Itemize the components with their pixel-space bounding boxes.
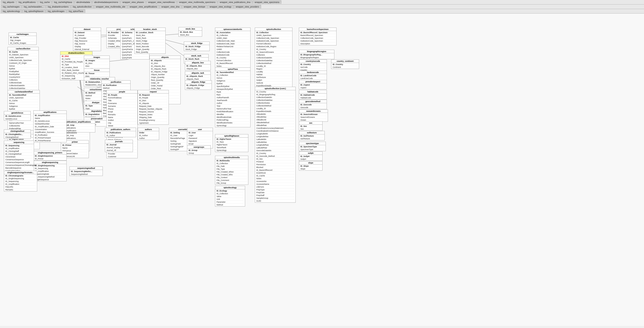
entity-relationdna-voucher-header[interactable]: relationdna_voucher: [84, 77, 115, 81]
entity-singlesequencingchromato-header[interactable]: singlesequencingchromato...: [4, 171, 37, 174]
tab-log-amplifications[interactable]: log_amplifications: [16, 1, 38, 4]
entity-tissue-header[interactable]: tissue: [84, 69, 110, 72]
entity-landusecode: landusecode ID_LandUseCode LandUseCode: [299, 71, 327, 80]
field: PrepType: [256, 189, 294, 191]
entity-publications-authors-header[interactable]: publications_authors: [105, 128, 136, 131]
entity-journals-header[interactable]: journals: [105, 140, 133, 143]
tab-log-dnabanknumbers[interactable]: log_dnabanknumbers: [46, 5, 70, 9]
tab-wrapper-view-multimedia-specimens[interactable]: wrapper_view_multimedia_specimens: [177, 1, 218, 4]
entity-cacheimages-header[interactable]: cacheimages: [9, 33, 36, 36]
entity-soiltexture-header[interactable]: soiltexture: [299, 131, 324, 134]
tab-log-sptoolimages[interactable]: log_sptoolimages: [46, 10, 66, 13]
field: ID_Stock_Fridge: [185, 45, 208, 48]
entity-images-header[interactable]: images: [84, 56, 110, 59]
tab-wrapper-view-providers[interactable]: wrapper_view_providers: [234, 5, 261, 9]
entity-sptoolcollection-header[interactable]: sptoolcollection: [255, 28, 292, 31]
entity-stock-fridge-header[interactable]: stock_fridge: [184, 42, 210, 45]
tab-log-cacheimages[interactable]: log_cacheimages: [1, 5, 22, 9]
field: Origin_Quantity: [150, 76, 180, 79]
field: InstitutionCode_Specimen: [256, 40, 291, 42]
entity-cachecollection-header[interactable]: cachecollection: [8, 47, 38, 50]
entity-specimentype-header[interactable]: specimentype: [299, 142, 326, 145]
tab-wrapper-view-phases[interactable]: wrapper_view_phases: [120, 1, 146, 4]
entity-sptoassociatedunits-header[interactable]: sptoassociatedunits: [215, 28, 250, 31]
entity-sptoolecology-header[interactable]: sptoolecology: [215, 186, 245, 189]
entity-request-header[interactable]: request: [138, 90, 168, 93]
tab-log-cachehightaxa[interactable]: log_cachehightaxa: [52, 1, 74, 4]
entity-sptoolmultimedia-header[interactable]: sptoolmultimedia: [215, 156, 248, 159]
entity-amplifications-header[interactable]: amplifications: [34, 111, 66, 114]
entity-aliquots-fridge-header[interactable]: aliquots_fridge: [185, 81, 212, 84]
field: ID_Location_Stock: [136, 31, 164, 34]
field: ID_SoilTexture: [300, 135, 324, 137]
field: Surname: [108, 105, 136, 108]
entity-sequencingmethod-header[interactable]: sequencingmethod: [70, 167, 102, 170]
field: Epithet: [216, 82, 250, 85]
tab-wrapper-view-dna[interactable]: wrapper_view_dna: [160, 5, 182, 9]
tab-wrapper-view-ecology[interactable]: wrapper_view_ecology: [208, 5, 234, 9]
entity-sptoolTaxa-header[interactable]: sptoolTaxa: [215, 68, 250, 71]
field: ID_Aliquots_Rack: [150, 68, 180, 70]
entity-seasandoceans-header[interactable]: seasandoceans: [299, 110, 328, 113]
tab-abcdmetadata[interactable]: abcdmetadata: [74, 1, 92, 4]
entity-people-header[interactable]: people: [107, 90, 138, 93]
entity-slope-header[interactable]: slope: [299, 161, 322, 165]
field: ID_Aliquots_Rack: [186, 75, 210, 78]
tab-wrapper-view-publications-dna[interactable]: wrapper_view_publications_dna: [218, 1, 252, 4]
entity-geocodemethod-header[interactable]: geocodemethod: [299, 100, 326, 103]
tab-log-cachetaxaiden[interactable]: log_cachetaxaiden...: [22, 5, 46, 9]
entity-location-stock-header[interactable]: location_stock: [134, 28, 165, 31]
tab-wrapper-view-namedareas[interactable]: wrapper_view_namedAreas: [146, 1, 177, 4]
entity-user-header[interactable]: user: [187, 128, 213, 131]
entity-countryisocode-header[interactable]: countryisocode: [299, 60, 326, 63]
tab-log-aliquots[interactable]: log_aliquots: [1, 1, 16, 4]
entity-authors-header[interactable]: authors: [138, 128, 159, 131]
tab-wrapper-view-amplifications[interactable]: wrapper_view_amplifications: [128, 5, 159, 9]
entity-sptoolhightaxon-header[interactable]: sptoolhightaxon: [215, 134, 248, 138]
entity-cloningmethod-header[interactable]: cloningmethod: [4, 130, 30, 133]
tab-bar-row3[interactable]: log_sptoolecology log_sptoolhightaxon lo…: [0, 9, 644, 14]
entity-stock-box-header[interactable]: stock_box: [179, 27, 202, 31]
tab-log-sptoolcollection[interactable]: log_sptoolcollection: [71, 5, 94, 9]
tab-log-sptoolTaxa[interactable]: log_sptoolTaxa: [67, 10, 85, 13]
entity-seasandoceans: seasandoceans ID_SeasAndOcean SeasAndOce…: [299, 109, 328, 122]
entity-sex-header[interactable]: sex: [299, 121, 322, 125]
entity-dataset-header[interactable]: dataset: [73, 28, 101, 31]
entity-aliquots-box-header[interactable]: aliquots_box: [185, 61, 210, 64]
entity-singlesequencing: singlesequencing ID_SingleSequencing ID_…: [33, 161, 67, 181]
tab-log-cache[interactable]: log_cache: [38, 1, 52, 4]
entity-dnabanknumbers-header[interactable]: dnabanknumbers: [60, 52, 92, 55]
entity-landusecode-header[interactable]: landusecode: [299, 71, 326, 74]
entity-singlesequencing-body: ID_SingleSequencing ID_Sequencing ID_Amp…: [34, 164, 66, 181]
entity-habitatcode-header[interactable]: habitatcode: [299, 90, 326, 93]
tab-log-sptoolhightaxon[interactable]: log_sptoolhightaxon: [22, 10, 45, 13]
entity-biogeographicregion-header[interactable]: biogeographicregion: [299, 50, 334, 53]
tab-log-sptoolecology[interactable]: log_sptoolecology: [1, 10, 22, 13]
entity-stock-rack-header[interactable]: stock_rack: [184, 54, 208, 58]
entity-aliquots-header[interactable]: aliquots: [150, 56, 180, 59]
entity-cachecollection: cachecollection ID_Cache ID_Dataset_Spec…: [8, 47, 39, 93]
tab-wrapper-view-biotope[interactable]: wrapper_view_biotope: [182, 5, 207, 9]
entity-prevalentaspect-header[interactable]: prevalentaspect: [299, 80, 326, 83]
entity-soilph-header[interactable]: soilph: [299, 152, 322, 155]
tab-bar-row2[interactable]: log_cacheimages log_cachetaxaiden... log…: [0, 5, 644, 9]
tab-wrapper-view-specimens[interactable]: wrapper_view_specimens: [253, 1, 281, 4]
entity-singlesequencing-header[interactable]: singlesequencing: [34, 161, 66, 164]
entity-usergroups-header[interactable]: usergroups: [187, 145, 210, 149]
field: ID_User: [188, 131, 212, 134]
tab-bar-row1[interactable]: log_aliquots log_amplifications log_cach…: [0, 0, 644, 5]
entity-sequencing-header[interactable]: sequencing: [4, 141, 34, 144]
entity-basisofrecordspecimen-header[interactable]: basisofrecordspecimen: [299, 28, 336, 31]
entity-sequencingmethod-body: ID_SequencingMetho... SequencingMethod: [70, 170, 102, 176]
field: CollectionCode_Specimen: [8, 59, 38, 62]
entity-singlesequencing-primers-header[interactable]: singlesequencing_primers: [34, 151, 66, 154]
entity-cachetaxaidentified-header[interactable]: cachetaxaidentified: [8, 90, 40, 93]
entity-aliquots-rack-header[interactable]: aliquots_rack: [185, 72, 210, 75]
tab-wrapper-view-multimedia-site[interactable]: wrapper_view_multimedia_site: [94, 5, 127, 9]
entity-country-continent-header[interactable]: country_continent: [331, 60, 359, 63]
entity-purification-header[interactable]: purification: [102, 81, 130, 84]
tab-abcdmetadataspecimens[interactable]: abcdmetadataspecimens: [92, 1, 120, 4]
entity-sptoolcollection-extended-header[interactable]: sptoolcollection (cont.): [255, 87, 296, 90]
entity-geneticlocus-header[interactable]: geneticlocus: [4, 111, 30, 115]
entity-seasandoceans-body: ID_SeasAndOcean SeasAndOceans Ocean: [299, 113, 328, 121]
